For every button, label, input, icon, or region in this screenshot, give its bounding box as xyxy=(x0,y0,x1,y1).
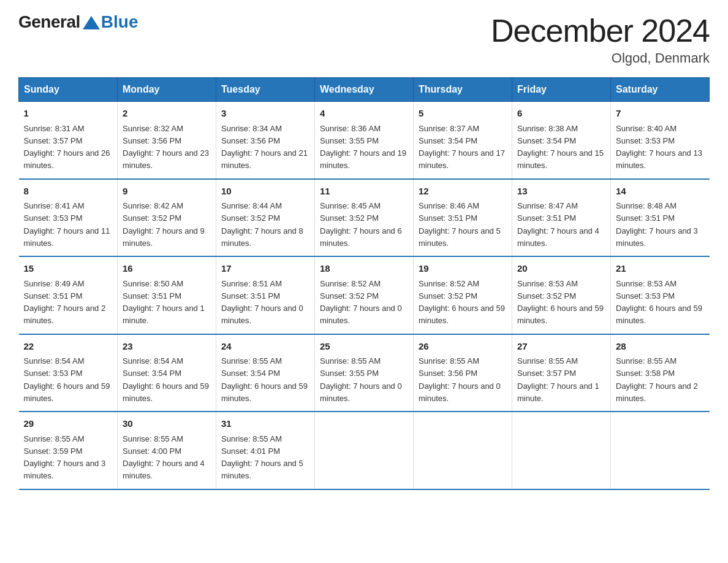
day-info: Sunrise: 8:44 AMSunset: 3:52 PMDaylight:… xyxy=(221,201,303,248)
day-info: Sunrise: 8:54 AMSunset: 3:54 PMDaylight:… xyxy=(123,356,209,403)
calendar-cell: 9Sunrise: 8:42 AMSunset: 3:52 PMDaylight… xyxy=(118,179,216,257)
calendar-cell xyxy=(315,412,414,489)
day-number: 16 xyxy=(123,262,211,276)
day-info: Sunrise: 8:38 AMSunset: 3:54 PMDaylight:… xyxy=(517,124,604,170)
calendar-cell xyxy=(611,412,710,489)
day-number: 5 xyxy=(419,107,507,121)
day-info: Sunrise: 8:52 AMSunset: 3:52 PMDaylight:… xyxy=(419,279,505,326)
day-number: 19 xyxy=(419,262,507,276)
day-number: 26 xyxy=(419,340,507,354)
calendar-cell: 3Sunrise: 8:34 AMSunset: 3:56 PMDaylight… xyxy=(216,102,315,179)
day-info: Sunrise: 8:31 AMSunset: 3:57 PMDaylight:… xyxy=(24,124,110,170)
day-number: 25 xyxy=(320,340,408,354)
weekday-header-row: SundayMondayTuesdayWednesdayThursdayFrid… xyxy=(19,78,710,102)
calendar-cell: 28Sunrise: 8:55 AMSunset: 3:58 PMDayligh… xyxy=(611,334,710,412)
calendar-cell: 5Sunrise: 8:37 AMSunset: 3:54 PMDaylight… xyxy=(414,102,512,179)
day-info: Sunrise: 8:36 AMSunset: 3:55 PMDaylight:… xyxy=(320,124,406,170)
day-number: 24 xyxy=(221,340,309,354)
logo-triangle-icon xyxy=(83,16,100,29)
day-number: 22 xyxy=(24,340,113,354)
calendar-cell: 27Sunrise: 8:55 AMSunset: 3:57 PMDayligh… xyxy=(512,334,611,412)
day-info: Sunrise: 8:40 AMSunset: 3:53 PMDaylight:… xyxy=(616,124,702,170)
calendar-title: December 2024 xyxy=(491,12,710,49)
day-number: 27 xyxy=(517,340,605,354)
calendar-cell: 29Sunrise: 8:55 AMSunset: 3:59 PMDayligh… xyxy=(19,412,118,489)
day-number: 31 xyxy=(221,417,309,431)
day-number: 1 xyxy=(24,107,113,121)
title-block: December 2024 Olgod, Denmark xyxy=(491,12,710,66)
day-info: Sunrise: 8:42 AMSunset: 3:52 PMDaylight:… xyxy=(123,201,205,248)
calendar-cell: 1Sunrise: 8:31 AMSunset: 3:57 PMDaylight… xyxy=(19,102,118,179)
day-number: 7 xyxy=(616,107,705,121)
day-info: Sunrise: 8:55 AMSunset: 3:55 PMDaylight:… xyxy=(320,356,402,403)
calendar-cell xyxy=(414,412,512,489)
calendar-week-row: 8Sunrise: 8:41 AMSunset: 3:53 PMDaylight… xyxy=(19,179,710,257)
day-info: Sunrise: 8:49 AMSunset: 3:51 PMDaylight:… xyxy=(24,279,106,326)
calendar-cell: 25Sunrise: 8:55 AMSunset: 3:55 PMDayligh… xyxy=(315,334,414,412)
day-number: 11 xyxy=(320,185,408,199)
calendar-cell: 8Sunrise: 8:41 AMSunset: 3:53 PMDaylight… xyxy=(19,179,118,257)
weekday-header-friday: Friday xyxy=(512,78,611,102)
day-number: 6 xyxy=(517,107,605,121)
weekday-header-tuesday: Tuesday xyxy=(216,78,315,102)
day-number: 30 xyxy=(123,417,211,431)
day-info: Sunrise: 8:55 AMSunset: 3:57 PMDaylight:… xyxy=(517,356,599,403)
day-info: Sunrise: 8:37 AMSunset: 3:54 PMDaylight:… xyxy=(419,124,505,170)
day-number: 4 xyxy=(320,107,408,121)
calendar-cell: 4Sunrise: 8:36 AMSunset: 3:55 PMDaylight… xyxy=(315,102,414,179)
weekday-header-sunday: Sunday xyxy=(19,78,118,102)
calendar-cell: 11Sunrise: 8:45 AMSunset: 3:52 PMDayligh… xyxy=(315,179,414,257)
day-info: Sunrise: 8:34 AMSunset: 3:56 PMDaylight:… xyxy=(221,124,308,170)
day-number: 15 xyxy=(24,262,113,276)
calendar-cell: 14Sunrise: 8:48 AMSunset: 3:51 PMDayligh… xyxy=(611,179,710,257)
day-info: Sunrise: 8:51 AMSunset: 3:51 PMDaylight:… xyxy=(221,279,303,326)
day-number: 2 xyxy=(123,107,211,121)
calendar-week-row: 1Sunrise: 8:31 AMSunset: 3:57 PMDaylight… xyxy=(19,102,710,179)
day-info: Sunrise: 8:48 AMSunset: 3:51 PMDaylight:… xyxy=(616,201,698,248)
day-number: 14 xyxy=(616,185,705,199)
weekday-header-thursday: Thursday xyxy=(414,78,512,102)
logo-blue-text: Blue xyxy=(101,12,138,32)
day-number: 10 xyxy=(221,185,309,199)
calendar-cell: 6Sunrise: 8:38 AMSunset: 3:54 PMDaylight… xyxy=(512,102,611,179)
calendar-cell: 24Sunrise: 8:55 AMSunset: 3:54 PMDayligh… xyxy=(216,334,315,412)
day-number: 3 xyxy=(221,107,309,121)
calendar-cell: 13Sunrise: 8:47 AMSunset: 3:51 PMDayligh… xyxy=(512,179,611,257)
day-number: 12 xyxy=(419,185,507,199)
calendar-cell xyxy=(512,412,611,489)
calendar-cell: 20Sunrise: 8:53 AMSunset: 3:52 PMDayligh… xyxy=(512,256,611,334)
day-info: Sunrise: 8:41 AMSunset: 3:53 PMDaylight:… xyxy=(24,201,110,248)
day-number: 21 xyxy=(616,262,705,276)
calendar-week-row: 15Sunrise: 8:49 AMSunset: 3:51 PMDayligh… xyxy=(19,256,710,334)
day-info: Sunrise: 8:45 AMSunset: 3:52 PMDaylight:… xyxy=(320,201,402,248)
day-number: 29 xyxy=(24,417,113,431)
calendar-table: SundayMondayTuesdayWednesdayThursdayFrid… xyxy=(18,77,710,490)
day-number: 9 xyxy=(123,185,211,199)
day-info: Sunrise: 8:55 AMSunset: 3:58 PMDaylight:… xyxy=(616,356,698,403)
day-info: Sunrise: 8:47 AMSunset: 3:51 PMDaylight:… xyxy=(517,201,599,248)
calendar-cell: 15Sunrise: 8:49 AMSunset: 3:51 PMDayligh… xyxy=(19,256,118,334)
calendar-cell: 7Sunrise: 8:40 AMSunset: 3:53 PMDaylight… xyxy=(611,102,710,179)
day-info: Sunrise: 8:55 AMSunset: 4:00 PMDaylight:… xyxy=(123,434,205,481)
calendar-cell: 16Sunrise: 8:50 AMSunset: 3:51 PMDayligh… xyxy=(118,256,216,334)
day-info: Sunrise: 8:46 AMSunset: 3:51 PMDaylight:… xyxy=(419,201,501,248)
calendar-cell: 12Sunrise: 8:46 AMSunset: 3:51 PMDayligh… xyxy=(414,179,512,257)
day-info: Sunrise: 8:53 AMSunset: 3:52 PMDaylight:… xyxy=(517,279,604,326)
day-number: 20 xyxy=(517,262,605,276)
calendar-cell: 26Sunrise: 8:55 AMSunset: 3:56 PMDayligh… xyxy=(414,334,512,412)
calendar-cell: 31Sunrise: 8:55 AMSunset: 4:01 PMDayligh… xyxy=(216,412,315,489)
calendar-cell: 18Sunrise: 8:52 AMSunset: 3:52 PMDayligh… xyxy=(315,256,414,334)
day-info: Sunrise: 8:55 AMSunset: 3:56 PMDaylight:… xyxy=(419,356,501,403)
weekday-header-monday: Monday xyxy=(118,78,216,102)
day-info: Sunrise: 8:55 AMSunset: 4:01 PMDaylight:… xyxy=(221,434,303,481)
calendar-cell: 10Sunrise: 8:44 AMSunset: 3:52 PMDayligh… xyxy=(216,179,315,257)
day-info: Sunrise: 8:55 AMSunset: 3:59 PMDaylight:… xyxy=(24,434,106,481)
day-info: Sunrise: 8:52 AMSunset: 3:52 PMDaylight:… xyxy=(320,279,402,326)
weekday-header-saturday: Saturday xyxy=(611,78,710,102)
day-info: Sunrise: 8:53 AMSunset: 3:53 PMDaylight:… xyxy=(616,279,702,326)
day-info: Sunrise: 8:54 AMSunset: 3:53 PMDaylight:… xyxy=(24,356,110,403)
calendar-cell: 17Sunrise: 8:51 AMSunset: 3:51 PMDayligh… xyxy=(216,256,315,334)
calendar-cell: 30Sunrise: 8:55 AMSunset: 4:00 PMDayligh… xyxy=(118,412,216,489)
day-info: Sunrise: 8:32 AMSunset: 3:56 PMDaylight:… xyxy=(123,124,209,170)
logo: General Blue xyxy=(18,12,138,32)
